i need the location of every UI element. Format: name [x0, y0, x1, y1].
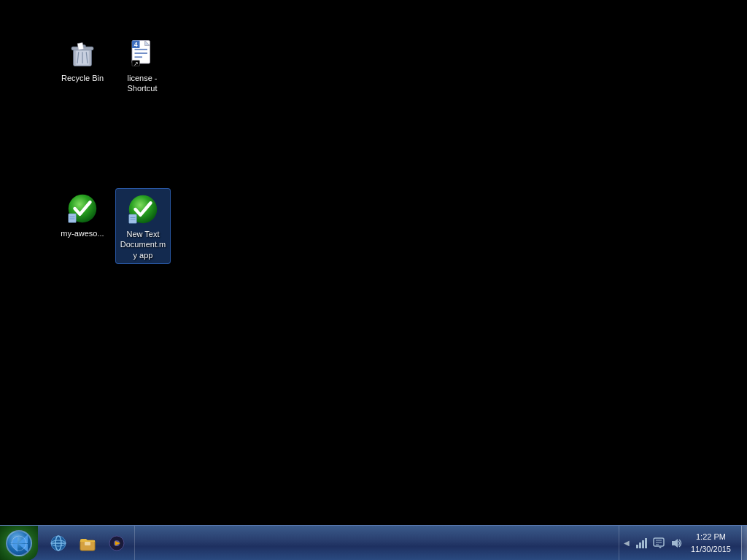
clock[interactable]: 1:22 PM 11/30/2015 — [685, 526, 737, 561]
clock-time: 1:22 PM — [696, 531, 726, 543]
desktop: Recycle Bin 4 ↗ license - Shortcut — [0, 0, 747, 525]
my-awesome-app-icon[interactable]: my-aweso... — [55, 188, 110, 241]
svg-rect-35 — [636, 545, 638, 548]
svg-rect-37 — [642, 540, 644, 548]
running-apps — [138, 526, 619, 561]
network-tray-icon[interactable] — [634, 536, 649, 551]
my-awesome-app-image — [65, 191, 100, 226]
svg-text:↗: ↗ — [133, 61, 139, 67]
svg-rect-38 — [645, 538, 647, 548]
show-desktop-button[interactable] — [741, 526, 747, 561]
explorer-button[interactable] — [74, 530, 101, 556]
license-shortcut-image: 4 ↗ — [125, 36, 160, 71]
recycle-bin-image — [65, 36, 100, 71]
license-shortcut-icon[interactable]: 4 ↗ license - Shortcut — [115, 33, 170, 97]
media-player-button[interactable] — [104, 530, 130, 556]
svg-rect-22 — [129, 214, 137, 223]
my-awesome-app-label: my-aweso... — [61, 228, 104, 238]
new-text-document-image — [125, 192, 160, 227]
recycle-bin-label: Recycle Bin — [61, 73, 104, 83]
new-text-document-icon[interactable]: New Text Document.my app — [115, 188, 171, 264]
recycle-bin-icon[interactable]: Recycle Bin — [55, 33, 110, 86]
new-text-document-label: New Text Document.my app — [119, 229, 167, 260]
svg-rect-36 — [639, 542, 641, 548]
tray-chevron[interactable]: ◀ — [624, 539, 630, 547]
action-center-tray-icon[interactable] — [651, 536, 666, 551]
svg-rect-7 — [77, 42, 83, 50]
ie-button[interactable] — [45, 530, 71, 556]
svg-rect-18 — [69, 214, 77, 222]
license-shortcut-label: license - Shortcut — [117, 73, 167, 94]
taskbar: ◀ — [0, 525, 747, 560]
clock-date: 11/30/2015 — [691, 543, 731, 556]
windows-orb — [6, 530, 32, 556]
svg-marker-44 — [672, 539, 678, 548]
svg-text:4: 4 — [134, 41, 138, 48]
svg-rect-31 — [85, 542, 90, 545]
svg-marker-43 — [659, 547, 662, 548]
volume-tray-icon[interactable] — [669, 536, 684, 551]
quick-launch — [41, 526, 135, 561]
system-tray: ◀ — [619, 526, 741, 561]
start-button[interactable] — [0, 526, 38, 561]
